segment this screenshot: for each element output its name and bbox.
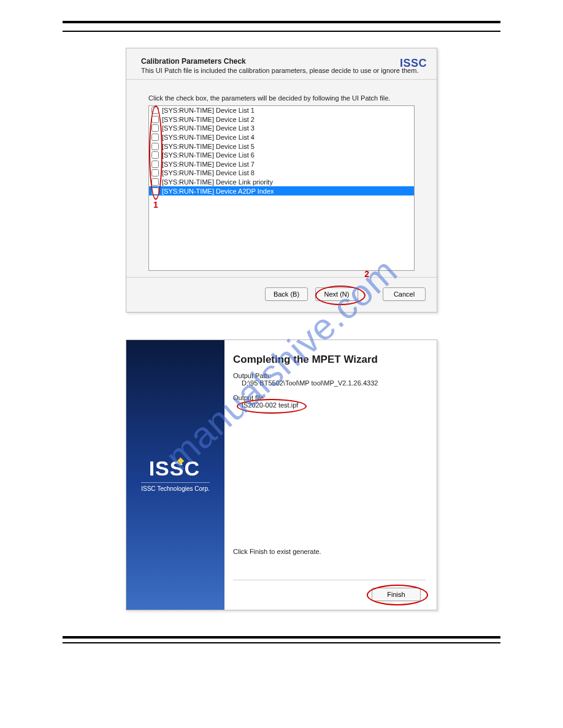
wizard-title: Completing the MPET Wizard xyxy=(233,354,426,366)
list-item-label: [SYS:RUN-TIME] Device List 1 xyxy=(162,107,255,114)
list-item-label: [SYS:RUN-TIME] Device A2DP Index xyxy=(162,188,274,195)
issc-logo-caption: ISSC Technologies Corp. xyxy=(141,482,210,492)
list-item-label: [SYS:RUN-TIME] Device List 6 xyxy=(162,151,255,159)
list-item-checkbox[interactable] xyxy=(151,169,159,176)
list-item[interactable]: [SYS:RUN-TIME] Device A2DP Index xyxy=(149,186,414,195)
list-item[interactable]: [SYS:RUN-TIME] Device List 2 xyxy=(149,115,414,124)
output-file-label: Output file: xyxy=(233,394,426,401)
list-item-checkbox[interactable] xyxy=(151,116,159,123)
cancel-button[interactable]: Cancel xyxy=(383,287,426,301)
list-item[interactable]: [SYS:RUN-TIME] Device List 5 xyxy=(149,142,414,151)
back-button[interactable]: Back (B) xyxy=(265,287,308,301)
next-button[interactable]: Next (N) xyxy=(315,287,358,301)
list-item-checkbox[interactable] xyxy=(151,124,159,132)
output-path-label: Output Path: xyxy=(233,372,426,379)
top-rule-thin xyxy=(63,31,500,32)
wizard-finish-message: Click Finish to exist generate. xyxy=(233,548,426,555)
list-item[interactable]: [SYS:RUN-TIME] Device List 6 xyxy=(149,151,414,160)
output-path-value: D:\95 BT5502\Tool\MP tool\MP_V2.1.26.433… xyxy=(242,379,426,387)
list-item[interactable]: [SYS:RUN-TIME] Device List 1 xyxy=(149,106,414,115)
dialog-header-text: Calibration Parameters Check This UI Pat… xyxy=(141,57,362,74)
list-item[interactable]: [SYS:RUN-TIME] Device List 7 xyxy=(149,160,414,169)
list-item-checkbox[interactable] xyxy=(151,178,159,186)
parameter-listbox[interactable]: [SYS:RUN-TIME] Device List 1 [SYS:RUN-TI… xyxy=(148,105,415,271)
dialog-header: Calibration Parameters Check This UI Pat… xyxy=(126,48,437,79)
dialog-button-row: Back (B) Next (N) Cancel 2 xyxy=(126,277,437,312)
list-item[interactable]: [SYS:RUN-TIME] Device List 4 xyxy=(149,133,414,142)
list-item-label: [SYS:RUN-TIME] Device List 5 xyxy=(162,143,255,150)
list-item[interactable]: [SYS:RUN-TIME] Device List 3 xyxy=(149,124,414,133)
list-item-label: [SYS:RUN-TIME] Device List 8 xyxy=(162,169,255,176)
list-item[interactable]: [SYS:RUN-TIME] Device Link priority xyxy=(149,178,414,187)
list-item-label: [SYS:RUN-TIME] Device List 3 xyxy=(162,124,255,132)
dialog-body: Click the check box, the parameters will… xyxy=(126,80,437,277)
list-item-label: [SYS:RUN-TIME] Device List 7 xyxy=(162,161,255,168)
output-file-value: IS2020-002 test.ipf xyxy=(242,401,426,409)
wizard-side-banner: ISSC ◆ ISSC Technologies Corp. xyxy=(126,340,224,610)
finish-button[interactable]: Finish xyxy=(372,588,421,601)
list-item[interactable]: [SYS:RUN-TIME] Device List 8 xyxy=(149,169,414,178)
output-file-text: IS2020-002 test.ipf xyxy=(242,401,298,409)
dialog-instruction: Click the check box, the parameters will… xyxy=(148,94,415,102)
bottom-rule-thin xyxy=(63,642,500,643)
dialog-title: Calibration Parameters Check xyxy=(141,57,362,66)
screenshot-stack: Calibration Parameters Check This UI Pat… xyxy=(63,48,500,610)
list-item-label: [SYS:RUN-TIME] Device Link priority xyxy=(162,178,273,186)
list-item-checkbox[interactable] xyxy=(151,143,159,150)
wizard-button-row: Finish xyxy=(233,580,426,610)
list-item-label: [SYS:RUN-TIME] Device List 4 xyxy=(162,134,255,141)
top-rule-thick xyxy=(63,21,500,23)
list-item-checkbox[interactable] xyxy=(151,134,159,141)
dialog-subtitle: This UI Patch file is included the calib… xyxy=(141,67,362,74)
list-item-checkbox[interactable] xyxy=(151,161,159,168)
issc-logo-large: ISSC xyxy=(149,457,200,480)
issc-logo: ISSC xyxy=(400,57,427,70)
wizard-main: Completing the MPET Wizard Output Path: … xyxy=(224,340,437,610)
list-item-checkbox[interactable] xyxy=(151,151,159,159)
document-page: Calibration Parameters Check This UI Pat… xyxy=(0,0,563,728)
list-item-checkbox[interactable] xyxy=(151,107,159,114)
mpet-wizard: ISSC ◆ ISSC Technologies Corp. Completin… xyxy=(126,339,437,610)
calibration-dialog: Calibration Parameters Check This UI Pat… xyxy=(126,48,437,313)
bottom-rule-thick xyxy=(63,636,500,639)
list-item-label: [SYS:RUN-TIME] Device List 2 xyxy=(162,116,255,123)
list-item-checkbox[interactable] xyxy=(151,188,159,195)
